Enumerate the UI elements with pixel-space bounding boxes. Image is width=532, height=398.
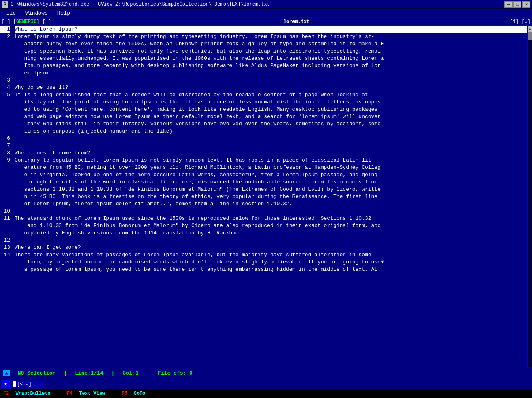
status-bar: ▲ NO Selection | Line:1/14 | Col:1 | Fil… (0, 367, 532, 379)
app-icon: C (2, 1, 8, 8)
input-arrow: ▼ (2, 380, 10, 388)
line-14: There are many variations of passages of… (15, 251, 527, 259)
line-12 (15, 237, 527, 244)
status-sep2: | (111, 370, 114, 376)
line-4: Why do we use it? (15, 84, 527, 91)
line-2-cont2: type specimen book. It has survived not … (15, 48, 527, 55)
line-9-cont5: n in 45 BC. This book is a treatise on t… (15, 193, 527, 200)
line-10 (15, 208, 527, 215)
scrollbar[interactable]: ▲ (527, 26, 532, 367)
close-button[interactable]: ✕ (522, 1, 530, 8)
input-text: [<->] (17, 381, 32, 387)
input-field[interactable]: [<->] (11, 381, 44, 388)
line-2-cont5: em Ipsum. (15, 69, 527, 77)
f2-label: Wrap:Bullets (15, 391, 50, 396)
line-9-cont2: e in Virginia, looked up one of the more… (15, 171, 527, 179)
tab-separator1: ════════════════════════════════════════… (135, 19, 283, 25)
line-num-14: 14 (0, 251, 10, 259)
line-num-13: 13 (0, 244, 10, 251)
scroll-up-button[interactable]: ▲ (528, 26, 532, 32)
line-num-6: 6 (0, 135, 10, 142)
tab-generic-label: GENERIC (16, 19, 36, 25)
line-13: Where can I get some? (15, 244, 527, 251)
line-14-cont2: a passage of Lorem Ipsum, you need to be… (15, 266, 527, 273)
line-num-9-cont (0, 164, 10, 208)
line-num-8: 8 (0, 150, 10, 157)
line-2: Lorem Ipsum is simply dummy text of the … (15, 33, 527, 40)
line-11-cont1: and 1.10.33 from "de Finibus Bonorum et … (15, 222, 527, 230)
cursor: W (15, 26, 18, 32)
f4-key[interactable]: F4 (67, 391, 72, 396)
line-num-3: 3 (0, 77, 10, 84)
menu-file[interactable]: File (2, 9, 17, 17)
line-num-7: 7 (0, 142, 10, 150)
line-5-cont4: many web sites still in their infancy. V… (15, 120, 527, 128)
minimize-button[interactable]: — (504, 1, 513, 8)
line-9-cont6: of Lorem Ipsum, "Lorem ipsum dolor sit a… (15, 200, 527, 208)
status-sep3: | (146, 370, 150, 376)
line-num-10: 10 (0, 208, 10, 215)
line-num-5: 5 (0, 91, 10, 99)
line-9: Contrary to popular belief, Lorem Ipsum … (15, 157, 527, 164)
tab-bar: [↑]=[ GENERIC ]=[=] ════════════════════… (0, 18, 532, 26)
line-2-cont3: ning essentially unchanged. It was popul… (15, 55, 527, 62)
line-14-cont1: form, by injected humour, or randomised … (15, 259, 527, 266)
status-sep1: | (64, 370, 67, 376)
line-9-cont4: sections 1.10.32 and 1.10.33 of "de Fini… (15, 186, 527, 193)
f2-key[interactable]: F2 (3, 391, 9, 396)
editor: 1 2 3 4 5 6 7 8 9 10 11 12 13 14 What is… (0, 26, 532, 367)
title-bar: C C:\Windows\System32\cmd.exe - GView Z:… (0, 0, 532, 9)
scroll-arrow-indicator: ▲ (3, 370, 10, 376)
line-1: What is Lorem Ipsum? (15, 26, 527, 33)
line-5-cont1: its layout. The point of using Lorem Ips… (15, 99, 527, 106)
line-5-cont2: ed to using 'Content here, content here'… (15, 106, 527, 113)
tab-filename-area: ════════════════════════════════════════… (51, 19, 510, 25)
line-2-cont4: Ipsum passages, and more recently with d… (15, 62, 527, 69)
content-area: What is Lorem Ipsum? Lorem Ipsum is simp… (12, 26, 527, 367)
scroll-thumb[interactable] (528, 32, 532, 40)
line-9-cont3: through the cites of the word in classic… (15, 179, 527, 186)
line-num-2: 2 (0, 33, 10, 40)
line-11: The standard chunk of Lorem Ipsum used s… (15, 215, 527, 222)
f4-label: Text View (79, 391, 105, 396)
tab-bracket-mid: ]=[=] (36, 19, 51, 25)
line-num-11-cont (0, 222, 10, 237)
line-num-2-cont (0, 40, 10, 77)
line-11-cont2: ompanied by English versions from the 19… (15, 230, 527, 237)
line-5-cont3: and web page editors now use Lorem Ipsum… (15, 113, 527, 120)
line-num-12: 12 (0, 237, 10, 244)
line-7 (15, 142, 527, 150)
fkey-bar: F2 Wrap:Bullets F4 Text View F5 GoTo (0, 389, 532, 398)
input-bar: ▼ [<->] (0, 379, 532, 389)
line-8: Where does it come from? (15, 150, 527, 157)
window-controls[interactable]: — □ ✕ (504, 1, 530, 8)
tab-right: [1]=[✕] (510, 19, 530, 25)
f5-key[interactable]: F5 (121, 391, 127, 396)
f5-label: GoTo (134, 391, 145, 396)
line-num-5-cont (0, 99, 10, 135)
title-text: C:\Windows\System32\cmd.exe - GView Z:\R… (11, 2, 270, 7)
line-5-cont5: times on purpose (injected humour and th… (15, 128, 527, 135)
title-bar-left: C C:\Windows\System32\cmd.exe - GView Z:… (2, 1, 270, 8)
line-num-4: 4 (0, 84, 10, 91)
tab-separator2: ═══════════════════════════════════════ (313, 19, 426, 25)
col-status: Col:1 (123, 370, 138, 376)
line-num-9: 9 (0, 157, 10, 164)
menu-windows[interactable]: Windows (24, 9, 49, 17)
line-num-1: 1 (0, 26, 10, 33)
line-numbers: 1 2 3 4 5 6 7 8 9 10 11 12 13 14 (0, 26, 12, 367)
line-9-cont1: erature from 45 BC, making it over 2000 … (15, 164, 527, 171)
line-3 (15, 77, 527, 84)
tab-bracket-left: [↑]=[ (2, 19, 16, 25)
menu-bar: File Windows Help (0, 9, 532, 18)
line-status: Line:1/14 (75, 370, 103, 376)
maximize-button[interactable]: □ (513, 1, 521, 8)
line-6 (15, 135, 527, 142)
line-5: It is a long established fact that a rea… (15, 91, 527, 99)
text-cursor (13, 381, 16, 387)
tab-filename: lorem.txt (284, 19, 310, 25)
menu-help[interactable]: Help (56, 9, 72, 17)
line-num-11: 11 (0, 215, 10, 222)
line-2-cont1: andard dummy text ever since the 1500s, … (15, 40, 527, 48)
selection-status: NO Selection (18, 370, 56, 376)
